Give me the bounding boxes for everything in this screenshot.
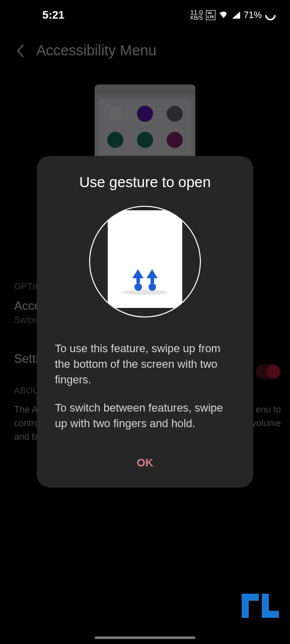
loading-icon [265, 10, 276, 21]
volte-icon: VoLTE [206, 10, 215, 20]
assistant-icon [107, 106, 123, 122]
battery-percent: 71% [244, 10, 262, 21]
nav-handle[interactable] [95, 636, 195, 639]
ok-button[interactable]: OK [55, 453, 235, 472]
gesture-dialog: Use gesture to open To use this feature,… [37, 156, 253, 488]
volume-down-icon [107, 132, 123, 148]
app-header: Accessibility Menu [0, 28, 290, 69]
svg-point-0 [226, 12, 228, 14]
dialog-title: Use gesture to open [55, 174, 235, 191]
watermark-icon [240, 592, 281, 620]
shortcut-toggle[interactable] [256, 364, 281, 379]
signal-icon: x [232, 11, 241, 19]
svg-text:x: x [234, 12, 236, 16]
status-bar: 5:21 11.0 KB/S VoLTE x 71% [0, 0, 290, 28]
volume-up-icon [137, 132, 153, 148]
status-right: 11.0 KB/S VoLTE x 71% [190, 10, 276, 21]
network-speed: 11.0 KB/S [190, 10, 203, 21]
power-icon [167, 106, 183, 122]
status-time: 5:21 [14, 9, 64, 22]
gesture-illustration [89, 206, 201, 317]
wifi-icon [219, 11, 229, 19]
accessibility-icon [137, 106, 153, 122]
svg-point-2 [266, 11, 275, 20]
page-title: Accessibility Menu [36, 42, 157, 59]
dialog-body: To use this feature, swipe up from the b… [55, 341, 235, 431]
back-icon[interactable] [16, 44, 24, 58]
preview-illustration [95, 85, 195, 165]
recents-icon [167, 132, 183, 148]
